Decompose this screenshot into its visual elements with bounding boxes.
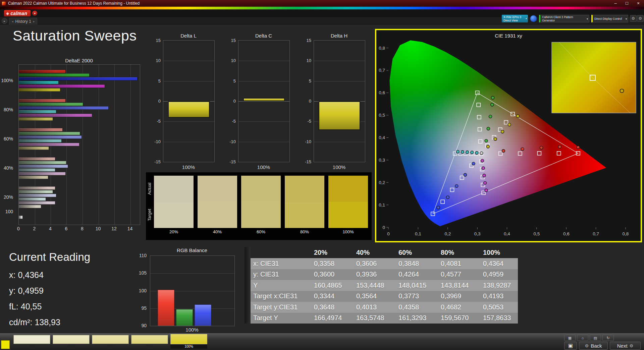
bar xyxy=(19,216,23,219)
back-button[interactable]: ⚙ Back xyxy=(579,342,608,350)
bar xyxy=(19,114,92,117)
table-cell: 0,3358 xyxy=(307,260,349,268)
axis-tick-label: 12 xyxy=(111,226,117,231)
swatch-color xyxy=(53,335,90,344)
axis-tick-label: -15 xyxy=(154,159,161,164)
rainbow-strip xyxy=(0,7,644,9)
table-row: Target x:CIE310,33440,35640,37730,39690,… xyxy=(245,291,518,302)
swatch-label: 40% xyxy=(198,228,237,237)
settings-button-1[interactable]: ⚙ xyxy=(630,15,637,22)
table-cell: 0,3969 xyxy=(433,292,476,300)
table-cell: 163,5748 xyxy=(349,314,391,322)
axis-tick-label: -15 xyxy=(229,159,236,164)
table-cell: 0,3606 xyxy=(349,260,391,268)
page-title: Saturation Sweeps xyxy=(13,27,137,44)
row-label: Target x:CIE31 xyxy=(245,292,307,300)
refresh-button[interactable]: ↻ xyxy=(602,335,614,341)
report-button[interactable]: ▤ xyxy=(590,335,601,341)
delta-c-chart: Delta C 151050-5-10-15 100% xyxy=(228,33,291,170)
target-swatch xyxy=(285,202,324,228)
pattern-swatch-20%[interactable]: 20% xyxy=(13,335,50,348)
swatch-label: 40% xyxy=(53,344,90,348)
pattern-swatch-40%[interactable]: 40% xyxy=(53,335,90,348)
home-button[interactable]: ⌂ xyxy=(577,335,588,341)
axis-tick-label: -15 xyxy=(305,159,311,164)
pattern-swatch-80%[interactable]: 80% xyxy=(131,335,168,348)
current-patch-indicator xyxy=(1,340,10,349)
axis-tick-label: 8 xyxy=(81,226,84,231)
calman-app: Calman 2022 Calman Ultimate for Business… xyxy=(0,0,644,350)
axis-tick-label: 10 xyxy=(231,58,236,63)
tab-history-1[interactable]: ◂ History 1 ▸ xyxy=(9,18,37,24)
table-cell: 0,3773 xyxy=(391,292,433,300)
gridline xyxy=(163,121,214,122)
meter-status-badge[interactable] xyxy=(530,15,537,22)
svg-text:0,8: 0,8 xyxy=(379,46,385,51)
cie-inset-zoom xyxy=(552,42,636,113)
bar xyxy=(19,84,105,88)
actual-swatch xyxy=(241,176,281,202)
bar xyxy=(19,128,63,131)
gridline xyxy=(150,273,234,274)
delta-l-xlabel: 100% xyxy=(163,164,214,170)
delta-c-ylabels: 151050-5-10-15 xyxy=(228,40,237,162)
axis-tick-label: 90 xyxy=(141,323,147,328)
swatch-label: 60% xyxy=(241,228,281,237)
rgb-balance-xlabel: 100% xyxy=(150,327,234,333)
swatch-label: 100% xyxy=(328,228,368,237)
target-row-label: Target xyxy=(147,202,152,228)
calman-menu-caret[interactable]: ▾ xyxy=(32,11,37,16)
axis-tick-label: 105 xyxy=(139,270,147,276)
reading-y: y: 0,4959 xyxy=(9,286,44,296)
display-control-button[interactable]: Direct Display Control ▾ xyxy=(591,15,628,22)
app-icon xyxy=(2,2,6,5)
pattern-swatch-100%[interactable]: 100% xyxy=(170,335,207,349)
table-row: y: CIE310,36000,39360,42640,45770,4959 xyxy=(245,269,518,280)
bar xyxy=(19,143,79,146)
bar xyxy=(19,147,49,150)
reading-fl: fL: 40,55 xyxy=(9,302,42,311)
tab-next-icon[interactable]: ▸ xyxy=(33,20,35,23)
rgb-balance-plot xyxy=(150,255,235,326)
layout-nav-button[interactable]: ▸ xyxy=(2,18,7,24)
actual-target-panel: Actual Target 20%40%60%80%100% xyxy=(146,172,372,240)
next-button[interactable]: Next ⚙ xyxy=(610,342,641,350)
gear-icon: ⚙ xyxy=(585,343,589,348)
tab-prev-icon[interactable]: ◂ xyxy=(12,20,13,23)
table-header: 20%40%60%80%100% xyxy=(245,247,518,258)
minimize-button[interactable]: – xyxy=(610,0,621,7)
meter-connect-button[interactable]: X-Rite i1Pro 3 Direct View ▾ xyxy=(502,15,528,22)
swatch-label: 100% xyxy=(170,344,207,349)
bar xyxy=(19,172,66,175)
delta-c-title: Delta C xyxy=(238,33,289,39)
axis-tick-label: -5 xyxy=(157,119,161,124)
table-row: x: CIE310,33580,36060,38480,40810,4364 xyxy=(245,258,518,269)
close-button[interactable]: × xyxy=(633,0,644,7)
pattern-generator-button[interactable]: CalMAN Client 3 Pattern Generator ▾ xyxy=(539,15,589,22)
pattern-window-button[interactable]: ▣ xyxy=(564,342,577,350)
axis-tick-label: 15 xyxy=(156,38,161,43)
axis-tick-label: 110 xyxy=(139,253,147,258)
bar xyxy=(19,157,55,161)
axis-tick-label: -10 xyxy=(305,139,311,144)
bar xyxy=(19,161,66,164)
axis-tick-label: 10 xyxy=(96,226,101,231)
target-swatch xyxy=(198,202,237,228)
table-cell: 160,4865 xyxy=(307,282,349,289)
settings-button-2[interactable]: ⚙ xyxy=(637,15,644,22)
rgb-balance-title: RGB Balance xyxy=(150,247,234,253)
pattern-swatch-60%[interactable]: 60% xyxy=(92,335,129,348)
table-cell: 153,4448 xyxy=(349,282,391,289)
table-cell: 0,3344 xyxy=(307,292,349,300)
maximize-button[interactable]: □ xyxy=(621,0,633,7)
display-mode-button[interactable]: ▦ xyxy=(564,335,576,341)
chevron-down-icon: ▾ xyxy=(626,17,627,20)
table-cell: 157,8633 xyxy=(476,314,518,322)
swatch-color xyxy=(131,335,168,344)
swatch-column-60%: 60% xyxy=(241,176,281,237)
calman-menu-button[interactable]: ◈ calman xyxy=(4,10,31,16)
swatch-label: 60% xyxy=(92,344,129,348)
rgb-balance-ylabels: 1101051009590 xyxy=(133,255,149,326)
axis-tick-label: 100 xyxy=(5,209,13,214)
bar xyxy=(19,88,60,92)
